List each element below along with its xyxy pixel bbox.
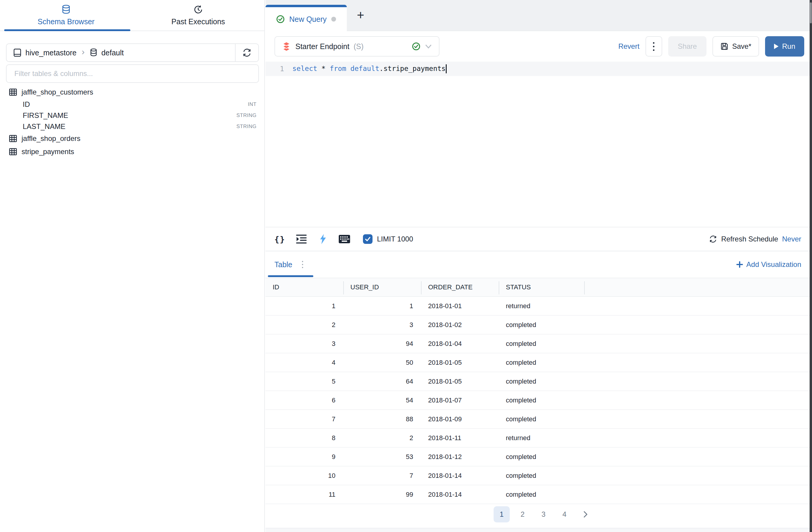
breadcrumb-path: hive_metastore › default <box>6 47 235 58</box>
tree-table-jaffle_shop_orders[interactable]: jaffle_shop_orders <box>0 132 264 145</box>
save-button[interactable]: Save* <box>712 36 759 57</box>
cell-user-id: 88 <box>343 415 421 423</box>
cell-id: 10 <box>265 472 343 480</box>
table-row: 7882018-01-09completed <box>265 410 810 429</box>
tab-schema-browser[interactable]: Schema Browser <box>0 0 132 30</box>
endpoint-selector[interactable]: Starter Endpoint (S) <box>274 36 439 57</box>
tree-table-jaffle_shop_customers[interactable]: jaffle_shop_customers <box>0 86 264 99</box>
tree-column-LAST_NAME[interactable]: LAST_NAMESTRING <box>0 121 264 132</box>
next-page-button[interactable] <box>577 506 593 522</box>
sidebar-tab-label: Past Executions <box>171 17 225 26</box>
cell-id: 3 <box>265 340 343 348</box>
sql-token <box>317 65 321 72</box>
lightning-icon <box>319 234 327 244</box>
page-button-2[interactable]: 2 <box>514 506 531 522</box>
table-row: 232018-01-02completed <box>265 316 810 335</box>
query-tab-label: New Query <box>289 15 327 24</box>
run-button[interactable]: Run <box>765 36 804 57</box>
cell-id: 11 <box>265 491 343 499</box>
cell-status: completed <box>499 340 584 348</box>
breadcrumb-catalog[interactable]: hive_metastore <box>25 48 76 57</box>
limit-label: LIMIT 1000 <box>377 235 413 243</box>
refresh-schema-button[interactable] <box>235 44 258 61</box>
sql-token: stripe_payments <box>383 65 446 72</box>
check-circle-icon <box>412 42 420 51</box>
schema-filter <box>6 64 259 83</box>
cell-order-date: 2018-01-02 <box>421 321 499 329</box>
page-button-3[interactable]: 3 <box>535 506 552 522</box>
auto-indent-button[interactable] <box>295 233 308 246</box>
results-tab-menu-button[interactable] <box>302 261 303 268</box>
editor-active-line: 1 select * from default.stripe_payments <box>265 62 810 76</box>
sql-token <box>346 65 350 72</box>
format-braces-button[interactable]: {} <box>273 233 286 246</box>
tree-column-name: FIRST_NAME <box>23 111 68 120</box>
line-number: 1 <box>265 65 284 73</box>
scrollbar-thumb[interactable] <box>810 2 812 23</box>
table-row: 1072018-01-14completed <box>265 466 810 485</box>
tab-past-executions[interactable]: Past Executions <box>132 0 264 30</box>
cell-status: completed <box>499 472 584 480</box>
table-grid-icon <box>9 148 17 156</box>
limit-toggle[interactable]: LIMIT 1000 <box>363 234 413 244</box>
sql-token <box>325 65 330 72</box>
column-divider <box>421 281 422 294</box>
cell-order-date: 2018-01-01 <box>421 302 499 310</box>
cell-status: completed <box>499 396 584 404</box>
window-scrollbar[interactable] <box>810 0 812 532</box>
live-autocomplete-button[interactable] <box>316 233 330 246</box>
table-row: 4502018-01-05completed <box>265 353 810 372</box>
schema-tree: jaffle_shop_customersIDINTFIRST_NAMESTRI… <box>0 86 264 158</box>
cell-user-id: 94 <box>343 340 421 348</box>
active-results-tab-underline <box>268 275 313 277</box>
cell-id: 2 <box>265 321 343 329</box>
more-options-button[interactable] <box>646 36 662 57</box>
tree-column-name: ID <box>23 100 30 109</box>
query-workspace: New Query + Starter Endpoint (S) <box>265 0 810 532</box>
tree-table-stripe_payments[interactable]: stripe_payments <box>0 145 264 158</box>
table-row: 9532018-01-12completed <box>265 448 810 466</box>
limit-checkbox[interactable] <box>363 234 373 244</box>
sidebar-tab-label: Schema Browser <box>38 17 95 26</box>
refresh-schedule-value[interactable]: Never <box>782 235 801 243</box>
tree-column-name: LAST_NAME <box>23 122 66 131</box>
chevron-down-icon <box>424 43 432 50</box>
query-tab-new-query[interactable]: New Query <box>265 5 347 31</box>
sql-token: from <box>330 65 346 72</box>
breadcrumb-schema[interactable]: default <box>101 48 124 57</box>
cell-user-id: 50 <box>343 359 421 366</box>
cell-status: completed <box>499 453 584 461</box>
results-grid-header: ID USER_ID ORDER_DATE STATUS <box>265 278 810 297</box>
databricks-endpoint-icon <box>281 41 291 52</box>
chevron-right-icon: › <box>81 47 86 58</box>
cell-user-id: 1 <box>343 302 421 310</box>
sql-editor[interactable]: 1 select * from default.stripe_payments <box>265 62 810 227</box>
tree-column-ID[interactable]: IDINT <box>0 99 264 110</box>
results-grid: ID USER_ID ORDER_DATE STATUS 112018-01-0… <box>265 278 810 504</box>
revert-button[interactable]: Revert <box>618 42 639 51</box>
save-floppy-icon <box>720 42 729 51</box>
keyboard-shortcuts-button[interactable] <box>338 233 351 246</box>
page-button-4[interactable]: 4 <box>556 506 572 522</box>
cell-user-id: 53 <box>343 453 421 461</box>
sql-code-line[interactable]: select * from default.stripe_payments <box>292 64 447 73</box>
braces-icon: {} <box>274 235 286 244</box>
database-icon <box>61 4 71 15</box>
kebab-icon <box>653 42 654 44</box>
table-row: 112018-01-01returned <box>265 297 810 316</box>
results-tab-table[interactable]: Table <box>274 260 292 269</box>
cell-user-id: 54 <box>343 396 421 404</box>
table-grid-icon <box>9 135 17 142</box>
cell-user-id: 99 <box>343 491 421 499</box>
add-visualization-button[interactable]: Add Visualization <box>736 260 801 269</box>
tree-column-FIRST_NAME[interactable]: FIRST_NAMESTRING <box>0 110 264 121</box>
refresh-icon <box>709 235 717 243</box>
cell-order-date: 2018-01-11 <box>421 434 499 442</box>
filter-input[interactable] <box>6 64 259 83</box>
pagination: 1234 <box>277 506 810 522</box>
cell-order-date: 2018-01-14 <box>421 491 499 499</box>
page-button-1[interactable]: 1 <box>494 506 510 522</box>
share-button[interactable]: Share <box>668 36 707 57</box>
cell-order-date: 2018-01-12 <box>421 453 499 461</box>
new-tab-button[interactable]: + <box>351 0 370 30</box>
